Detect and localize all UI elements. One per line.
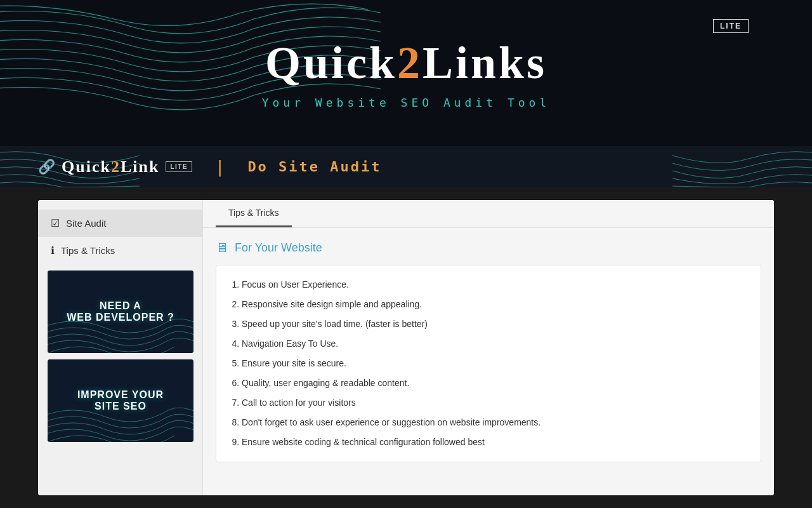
sidebar: ☑ Site Audit ℹ Tips & Tricks bbox=[38, 200, 203, 495]
list-item: Ensure your site is secure. bbox=[242, 354, 748, 373]
list-item: Navigation Easy To Use. bbox=[242, 334, 748, 354]
list-item: Ensure website coding & technical config… bbox=[242, 432, 748, 452]
list-item: Responsive site design simple and appeal… bbox=[242, 295, 748, 314]
section-title: For Your Website bbox=[235, 241, 322, 255]
list-item: Speed up your site's load time. (faster … bbox=[242, 314, 748, 334]
list-item: Call to action for your visitors bbox=[242, 393, 748, 413]
tab-tips-tricks[interactable]: Tips & Tricks bbox=[216, 200, 292, 227]
sidebar-item-label: Site Audit bbox=[66, 218, 106, 229]
main-panel: Tips & Tricks 🖥 For Your Website Focus o… bbox=[203, 200, 774, 495]
tips-ordered-list: Focus on User Experience. Responsive sit… bbox=[229, 275, 748, 452]
tab-bar: Tips & Tricks bbox=[203, 200, 774, 228]
ad-developer-text: NEED A WEB DEVELOPER ? bbox=[67, 300, 174, 323]
checkbox-icon: ☑ bbox=[51, 217, 60, 229]
sidebar-item-label: Tips & Tricks bbox=[61, 245, 115, 256]
ad-seo-text: IMPROVE YOUR SITE SEO bbox=[77, 389, 164, 412]
list-item: Don't forget to ask user experience or s… bbox=[242, 413, 748, 432]
section-header: 🖥 For Your Website bbox=[216, 241, 761, 255]
sidebar-item-site-audit[interactable]: ☑ Site Audit bbox=[38, 210, 202, 237]
app-bar: 🔗 Quick2Link LITE | Do Site Audit bbox=[0, 146, 812, 187]
list-item: Quality, user engaging & readable conten… bbox=[242, 373, 748, 393]
main-content: ☑ Site Audit ℹ Tips & Tricks bbox=[0, 187, 812, 508]
app-bar-lite-badge: LITE bbox=[166, 161, 192, 172]
header: LITE Quick2Links Your Website SEO Audit … bbox=[0, 0, 812, 146]
monitor-icon: 🖥 bbox=[216, 241, 228, 255]
ad-banner-developer[interactable]: NEED A WEB DEVELOPER ? bbox=[48, 271, 193, 353]
lite-badge: LITE bbox=[713, 19, 749, 33]
tips-list: Focus on User Experience. Responsive sit… bbox=[216, 265, 761, 462]
content-wrapper: ☑ Site Audit ℹ Tips & Tricks bbox=[38, 200, 774, 495]
list-item: Focus on User Experience. bbox=[242, 275, 748, 295]
do-site-audit-button[interactable]: Do Site Audit bbox=[247, 159, 381, 175]
chain-icon: 🔗 bbox=[38, 159, 55, 175]
sidebar-item-tips-tricks[interactable]: ℹ Tips & Tricks bbox=[38, 237, 202, 264]
app-bar-logo: 🔗 Quick2Link LITE bbox=[38, 157, 192, 177]
subtitle: Your Website SEO Audit Tool bbox=[262, 96, 551, 109]
info-icon: ℹ bbox=[51, 244, 55, 257]
main-title: Quick2Links bbox=[265, 37, 547, 90]
panel-body: 🖥 For Your Website Focus on User Experie… bbox=[203, 228, 774, 495]
app-bar-divider: | bbox=[218, 157, 222, 177]
ad-banner-seo[interactable]: IMPROVE YOUR SITE SEO bbox=[48, 359, 193, 442]
